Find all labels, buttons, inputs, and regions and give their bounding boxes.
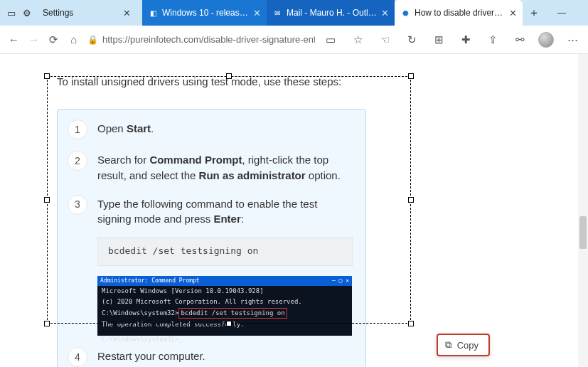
maximize-button[interactable]: ▢ bbox=[578, 0, 588, 26]
step-4: 4 Restart your computer. bbox=[68, 349, 353, 367]
scrollbar-thumb[interactable] bbox=[579, 216, 587, 249]
command-prompt-screenshot: Administrator: Command Prompt — ▢ ✕ Micr… bbox=[97, 276, 352, 336]
step-text: Type the following command to enable the… bbox=[97, 196, 353, 336]
gear-icon[interactable]: ⚙ bbox=[21, 7, 33, 18]
lock-icon: 🔒 bbox=[87, 35, 98, 45]
tab-windows10[interactable]: ◧ Windows 10 - release inf… ✕ bbox=[142, 0, 267, 26]
forward-button[interactable]: → bbox=[27, 31, 40, 48]
reader-button[interactable]: ▭ bbox=[322, 31, 339, 48]
toolbar-actions: ▭ ☆ ☜ ↻ ⊞ ✚ ⇪ ⚯ ⋯ bbox=[322, 31, 581, 48]
step-number: 3 bbox=[68, 195, 87, 215]
share-button[interactable]: ⇪ bbox=[484, 31, 501, 48]
article-body: To install unsigned drivers using test m… bbox=[0, 54, 588, 367]
window-controls: ― ▢ ✕ bbox=[545, 0, 588, 26]
page-content: To install unsigned drivers using test m… bbox=[0, 54, 588, 367]
step-number: 4 bbox=[68, 347, 87, 367]
more-button[interactable]: ⋯ bbox=[564, 31, 581, 48]
copy-label: Copy bbox=[457, 340, 479, 351]
step-number: 1 bbox=[68, 119, 87, 139]
address-bar[interactable]: 🔒 https://pureinfotech.com/disable-drive… bbox=[87, 34, 315, 45]
tab-label: Mail - Mauro H. - Outlook bbox=[287, 8, 377, 18]
window-titlebar: ▭ ⚙ Settings ✕ ◧ Windows 10 - release in… bbox=[0, 0, 588, 26]
vertical-scrollbar[interactable] bbox=[578, 54, 588, 367]
code-block[interactable]: bcdedit /set testsigning on bbox=[97, 237, 353, 266]
step-1: 1 Open Start. bbox=[68, 121, 353, 139]
close-icon[interactable]: ✕ bbox=[381, 8, 389, 18]
favicon-icon: ◧ bbox=[148, 8, 158, 18]
home-button[interactable]: ⌂ bbox=[68, 31, 80, 48]
cmd-title: Administrator: Command Prompt bbox=[100, 277, 200, 285]
tab-outlook[interactable]: ✉ Mail - Mauro H. - Outlook ✕ bbox=[267, 0, 395, 26]
copy-toast[interactable]: ⧉ Copy bbox=[437, 334, 490, 356]
tab-label: Windows 10 - release inf… bbox=[162, 8, 249, 18]
tab-settings[interactable]: Settings ✕ bbox=[37, 8, 137, 18]
history-button[interactable]: ↻ bbox=[403, 31, 420, 48]
step-number: 2 bbox=[68, 151, 87, 171]
collections-button[interactable]: ⊞ bbox=[430, 31, 447, 48]
step-text: Open Start. bbox=[97, 121, 353, 139]
close-icon[interactable]: ✕ bbox=[509, 8, 517, 18]
step-2: 2 Search for Command Prompt, right-click… bbox=[68, 152, 353, 184]
browser-toolbar: ← → ⟳ ⌂ 🔒 https://pureinfotech.com/disab… bbox=[0, 26, 588, 54]
steps-list: 1 Open Start. 2 Search for Command Promp… bbox=[57, 109, 366, 367]
link-button[interactable]: ⚯ bbox=[511, 31, 528, 48]
step-text: Restart your computer. bbox=[97, 349, 353, 367]
tab-active[interactable]: ⬣ How to disable driver sig… ✕ bbox=[395, 0, 523, 26]
copy-icon: ⧉ bbox=[445, 339, 451, 351]
minimize-button[interactable]: ― bbox=[545, 0, 578, 26]
profile-avatar[interactable] bbox=[538, 32, 554, 48]
url-text: https://pureinfotech.com/disable-driver-… bbox=[102, 34, 315, 45]
tracking-button[interactable]: ☜ bbox=[376, 31, 393, 48]
titlebar-app-icons: ▭ ⚙ Settings ✕ bbox=[0, 0, 142, 26]
refresh-button[interactable]: ⟳ bbox=[48, 31, 60, 48]
tab-label: Settings bbox=[43, 8, 119, 18]
new-tab-button[interactable]: ＋ bbox=[523, 0, 545, 26]
tab-label: How to disable driver sig… bbox=[415, 8, 505, 18]
back-button[interactable]: ← bbox=[7, 31, 20, 48]
favicon-icon: ✉ bbox=[272, 8, 282, 18]
extensions-button[interactable]: ✚ bbox=[457, 31, 474, 48]
close-icon[interactable]: ✕ bbox=[253, 8, 261, 18]
cmd-window-controls: — ▢ ✕ bbox=[332, 277, 349, 285]
favorite-button[interactable]: ☆ bbox=[349, 31, 366, 48]
step-3: 3 Type the following command to enable t… bbox=[68, 196, 353, 336]
intro-text: To install unsigned drivers using test m… bbox=[57, 75, 531, 87]
step-text: Search for Command Prompt, right-click t… bbox=[97, 152, 353, 184]
favicon-icon: ⬣ bbox=[400, 8, 410, 18]
browser-tabs: ◧ Windows 10 - release inf… ✕ ✉ Mail - M… bbox=[142, 0, 545, 26]
close-icon[interactable]: ✕ bbox=[123, 8, 131, 18]
tab-actions-icon[interactable]: ▭ bbox=[6, 7, 17, 18]
